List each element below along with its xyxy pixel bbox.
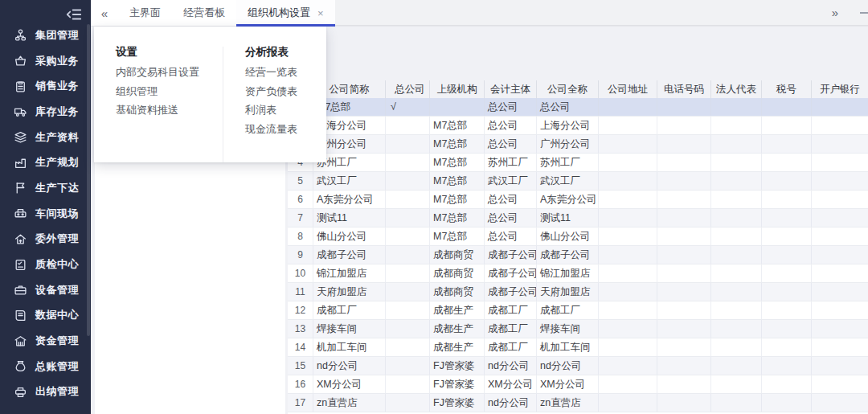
- table-cell: [657, 209, 711, 227]
- tab-bar: « 主界面 × 经营看板 × 组织机构设置 × »: [91, 0, 868, 27]
- table-cell: [386, 246, 430, 264]
- table-row[interactable]: 10 锦江加盟店 成都商贸 成都子公司 锦江加盟店: [288, 264, 868, 283]
- tab-org-settings[interactable]: 组织机构设置 ×: [236, 0, 335, 26]
- table-row[interactable]: 17 zn直营店 FJ管家婆 nd分公司 zn直营店: [288, 394, 868, 412]
- table-cell: 武汉工厂: [537, 172, 599, 190]
- menu-item[interactable]: 基础资料推送: [116, 100, 223, 120]
- sidebar-item-sales[interactable]: 销售业务: [0, 73, 91, 99]
- table-cell: [386, 301, 430, 319]
- table-cell: 苏州工厂: [537, 154, 599, 171]
- collapse-menu-icon[interactable]: [65, 6, 83, 23]
- sidebar-item-label: 资金管理: [35, 334, 79, 348]
- table-cell: [386, 172, 430, 190]
- table-cell: A东莞分公司: [537, 191, 599, 208]
- table-cell: 天府加盟店: [313, 283, 386, 301]
- column-header: 会计主体: [485, 80, 537, 98]
- table-cell: 成都工厂: [485, 320, 537, 338]
- tab-dashboard[interactable]: 经营看板 ×: [172, 0, 236, 26]
- tabs-back-icon[interactable]: «: [91, 0, 118, 26]
- table-cell: M7总部: [430, 135, 485, 153]
- table-cell: M7总部: [430, 172, 485, 190]
- table-row[interactable]: 6 A东莞分公司 M7总部 总公司 A东莞分公司: [288, 191, 868, 209]
- sidebar-item-procurement[interactable]: 采购业务: [0, 48, 91, 74]
- menu-item[interactable]: 现金流量表: [245, 120, 326, 139]
- table-row[interactable]: 2 上海分公司 M7总部 总公司 上海分公司: [288, 117, 868, 135]
- table-row[interactable]: 9 成都子公司 成都商贸 成都子公司 成都子公司: [288, 246, 868, 264]
- table-row[interactable]: 7 测试11 M7总部 总公司 测试11: [288, 209, 868, 227]
- sidebar-item-label: 设备管理: [35, 283, 79, 297]
- sidebar-scrollbar[interactable]: [87, 24, 90, 336]
- menu-item[interactable]: 内部交易科目设置: [116, 63, 223, 82]
- column-header: 总公司: [386, 80, 430, 98]
- sidebar-item-quality-center[interactable]: 质检中心: [0, 252, 91, 277]
- tabs-forward-icon[interactable]: »: [821, 6, 849, 19]
- table-cell: [711, 98, 762, 116]
- basket-icon: [14, 54, 27, 68]
- table-cell: [711, 172, 762, 190]
- sidebar-item-equipment[interactable]: 设备管理: [0, 277, 91, 303]
- table-cell: √: [386, 98, 430, 116]
- sidebar-item-inventory[interactable]: 库存业务: [0, 99, 91, 125]
- tab-main-screen[interactable]: 主界面 ×: [118, 0, 172, 26]
- table-row[interactable]: 12 成都工厂 成都生产 成都工厂 成都工厂: [288, 301, 868, 320]
- sidebar-item-group-management[interactable]: 集团管理: [0, 23, 91, 48]
- factory-icon: [14, 156, 27, 170]
- table-row[interactable]: 1 M7总部 √ 总公司 总公司: [288, 98, 868, 117]
- table-cell: [657, 172, 711, 190]
- sidebar-item-production-dispatch[interactable]: 生产下达: [0, 175, 91, 201]
- sidebar-item-general-ledger[interactable]: 总账管理: [0, 354, 91, 379]
- sidebar-item-data-center[interactable]: 数据中心: [0, 303, 91, 329]
- table-row[interactable]: 11 天府加盟店 成都商贸 成都子公司 天府加盟店: [288, 283, 868, 301]
- menu-item[interactable]: 资产负债表: [245, 82, 326, 101]
- menu-item[interactable]: 利润表: [245, 100, 326, 120]
- sidebar-item-production-planning[interactable]: 生产规划: [0, 150, 91, 175]
- table-row[interactable]: 14 机加工车间 成都生产 成都工厂 机加工车间: [288, 338, 868, 357]
- table-cell: [599, 283, 657, 301]
- table-row[interactable]: 16 XM分公司 FJ管家婆 XM分公司 XM分公司: [288, 375, 868, 394]
- table-cell: [657, 338, 711, 356]
- tab-close-icon[interactable]: ×: [317, 8, 324, 18]
- menu-item[interactable]: 组织管理: [116, 82, 223, 101]
- table-row[interactable]: 3 广州分公司 M7总部 总公司 广州分公司: [288, 135, 868, 154]
- layers-icon: [14, 130, 27, 144]
- table-row[interactable]: 5 武汉工厂 M7总部 武汉工厂 武汉工厂: [288, 172, 868, 191]
- table-cell: [599, 301, 657, 319]
- table-cell: [386, 135, 430, 153]
- table-row[interactable]: 15 nd分公司 FJ管家婆 nd分公司 nd分公司: [288, 357, 868, 375]
- table-cell: 佛山分公司: [537, 227, 599, 245]
- menu-section: 分析报表 经营一览表 资产负债表 利润表 现金流量表: [223, 47, 326, 162]
- table-cell: [812, 117, 868, 134]
- table-cell: [657, 264, 711, 282]
- table-cell: [711, 283, 762, 301]
- table-cell: [599, 98, 657, 116]
- table-cell: [657, 246, 711, 264]
- table-cell: [762, 117, 812, 134]
- sidebar-item-production-materials[interactable]: 生产资料: [0, 125, 91, 150]
- row-number: 12: [288, 301, 313, 319]
- table-cell: [812, 246, 868, 264]
- table-row[interactable]: 13 焊接车间 成都生产 成都工厂 焊接车间: [288, 320, 868, 338]
- table-row[interactable]: 8 佛山分公司 M7总部 总公司 佛山分公司: [288, 227, 868, 246]
- flag-icon: [14, 181, 27, 195]
- sidebar-item-label: 出纳管理: [35, 384, 79, 399]
- table-row[interactable]: 4 苏州工厂 M7总部 苏州工厂 苏州工厂: [288, 154, 868, 172]
- table-cell: [762, 320, 812, 338]
- sidebar-item-outsourcing[interactable]: 委外管理: [0, 227, 91, 252]
- table-cell: zn直营店: [313, 394, 386, 412]
- settings-dropdown-panel: 设置 内部交易科目设置 组织管理 基础资料推送 分析报表 经营一览表: [94, 27, 326, 162]
- table-cell: M7总部: [430, 117, 485, 134]
- table-cell: [599, 394, 657, 412]
- table-cell: FJ管家婆: [430, 375, 485, 393]
- menu-item[interactable]: 经营一览表: [245, 63, 326, 82]
- row-number: 16: [288, 375, 313, 393]
- table-cell: [657, 394, 711, 412]
- sidebar-item-cashier[interactable]: 出纳管理: [0, 379, 91, 405]
- table-cell: [657, 320, 711, 338]
- table-cell: [711, 246, 762, 264]
- table-cell: [711, 301, 762, 319]
- table-cell: [599, 172, 657, 190]
- table-cell: [812, 338, 868, 356]
- sidebar-item-workshop-floor[interactable]: 车间现场: [0, 201, 91, 227]
- more-icon[interactable]: [860, 12, 868, 14]
- sidebar-item-funds[interactable]: 资金管理: [0, 328, 91, 354]
